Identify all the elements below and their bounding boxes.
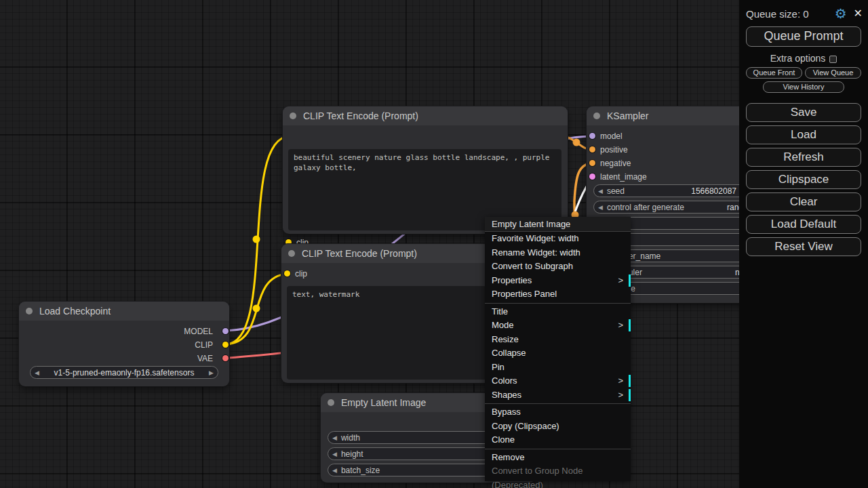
negative-input-port[interactable]	[589, 160, 595, 166]
positive-link-dot	[573, 139, 580, 146]
node-title-bar[interactable]: CLIP Text Encode (Prompt)	[283, 106, 568, 125]
menu-item-clone[interactable]: Clone	[485, 433, 631, 447]
prev-arrow-icon[interactable]: ◀	[594, 204, 607, 211]
node-title: KSampler	[607, 110, 648, 121]
submenu-accent-bar	[629, 389, 631, 401]
queue-size-label: Queue size: 0	[746, 8, 835, 20]
model-output-port[interactable]	[222, 328, 229, 334]
clip-link-wire-top	[226, 136, 289, 344]
menu-item-convert-to-group-node: Convert to Group Node (Deprecated)	[485, 464, 631, 479]
queue-prompt-button[interactable]: Queue Prompt	[746, 26, 861, 47]
menu-item-rename-widget[interactable]: Rename Widget: width	[485, 246, 631, 260]
menu-item-favorite-widget[interactable]: Favorite Widget: width	[485, 232, 631, 246]
clip-link-dot-bottom	[253, 305, 260, 312]
extra-options-checkbox[interactable]	[829, 56, 837, 63]
menu-item-mode[interactable]: Mode >	[485, 319, 631, 333]
collapse-dot-icon[interactable]	[290, 113, 296, 119]
ckpt-name-value: v1-5-pruned-emaonly-fp16.safetensors	[43, 368, 205, 378]
collapse-dot-icon[interactable]	[328, 399, 334, 406]
model-output-label: MODEL	[184, 327, 213, 336]
seed-value: 1566802087	[691, 186, 736, 197]
menu-item-title[interactable]: Title	[485, 305, 631, 319]
node-title: CLIP Text Encode (Prompt)	[302, 248, 417, 259]
menu-item-pin[interactable]: Pin	[485, 361, 631, 375]
next-arrow-icon[interactable]: ▶	[205, 369, 218, 376]
clip-output-label: CLIP	[195, 340, 213, 350]
submenu-accent-bar	[629, 319, 631, 331]
ckpt-name-widget[interactable]: ◀ v1-5-pruned-emaonly-fp16.safetensors ▶	[30, 366, 218, 379]
prev-arrow-icon[interactable]: ◀	[328, 467, 341, 474]
batch-size-label: batch_size	[341, 466, 380, 475]
submenu-accent-bar	[629, 274, 631, 287]
node-title: Empty Latent Image	[341, 397, 426, 408]
menu-divider	[485, 449, 631, 449]
model-input-port[interactable]	[589, 133, 595, 139]
latent-image-input-label: latent_image	[600, 172, 647, 182]
submenu-arrow-icon: >	[618, 274, 623, 288]
vae-output-label: VAE	[197, 354, 213, 363]
menu-item-resize[interactable]: Resize	[485, 333, 631, 347]
clip-link-dot-top	[253, 236, 260, 243]
height-label: height	[341, 449, 363, 459]
settings-gear-icon[interactable]: ⚙	[835, 7, 847, 20]
reset-view-button[interactable]: Reset View	[746, 237, 861, 256]
clip-link-wire-bottom	[226, 274, 287, 344]
comfy-menu-panel: Queue size: 0 ⚙ ✕ Queue Prompt Extra opt…	[739, 0, 868, 488]
menu-item-properties-panel[interactable]: Properties Panel	[485, 287, 631, 302]
queue-front-button[interactable]: Queue Front	[746, 67, 802, 79]
submenu-arrow-icon: >	[618, 374, 623, 388]
seed-label: seed	[607, 186, 625, 196]
save-button[interactable]: Save	[746, 103, 861, 122]
view-queue-button[interactable]: View Queue	[805, 67, 861, 79]
menu-item-shapes[interactable]: Shapes >	[485, 388, 631, 403]
clip-output-port[interactable]	[222, 342, 229, 348]
node-context-menu: Empty Latent Image Favorite Widget: widt…	[485, 217, 631, 481]
clear-button[interactable]: Clear	[746, 192, 861, 211]
menu-item-colors[interactable]: Colors >	[485, 374, 631, 388]
extra-options-row: Extra options	[739, 53, 868, 64]
menu-divider	[485, 403, 631, 404]
node-title-bar[interactable]: Load Checkpoint	[19, 302, 229, 321]
prev-arrow-icon[interactable]: ◀	[328, 451, 341, 458]
prev-arrow-icon[interactable]: ◀	[328, 434, 341, 441]
submenu-arrow-icon: >	[618, 319, 623, 333]
width-label: width	[341, 433, 360, 443]
vae-output-port[interactable]	[222, 355, 229, 361]
load-default-button[interactable]: Load Default	[746, 215, 861, 234]
prev-arrow-icon[interactable]: ◀	[31, 369, 43, 376]
menu-item-copy-clipspace[interactable]: Copy (Clipspace)	[485, 420, 631, 434]
view-history-button[interactable]: View History	[763, 81, 844, 93]
node-title: Load Checkpoint	[39, 306, 111, 317]
close-icon[interactable]: ✕	[854, 8, 863, 19]
positive-input-label: positive	[600, 145, 628, 155]
clipspace-button[interactable]: Clipspace	[746, 170, 861, 189]
load-button[interactable]: Load	[746, 125, 861, 144]
submenu-arrow-icon: >	[618, 388, 623, 403]
graph-canvas[interactable]: Load Checkpoint MODEL CLIP VAE ◀ v1-5-pr…	[0, 0, 868, 488]
refresh-button[interactable]: Refresh	[746, 148, 861, 167]
collapse-dot-icon[interactable]	[26, 308, 33, 314]
menu-item-properties[interactable]: Properties >	[485, 274, 631, 288]
menu-item-collapse[interactable]: Collapse	[485, 346, 631, 361]
control-after-generate-label: control after generate	[607, 203, 684, 212]
extra-options-label: Extra options	[770, 53, 826, 64]
submenu-accent-bar	[629, 375, 631, 387]
clip-input-port[interactable]	[284, 270, 290, 277]
negative-input-label: negative	[600, 159, 631, 168]
clip-input-label: clip	[295, 269, 307, 279]
node-title: CLIP Text Encode (Prompt)	[303, 110, 418, 121]
collapse-dot-icon[interactable]	[593, 113, 600, 119]
collapse-dot-icon[interactable]	[288, 250, 295, 257]
model-input-label: model	[600, 131, 623, 141]
prev-arrow-icon[interactable]: ◀	[594, 188, 607, 195]
node-clip-text-encode-positive[interactable]: CLIP Text Encode (Prompt) clip CONDITION…	[283, 106, 568, 234]
context-menu-header: Empty Latent Image	[485, 217, 631, 232]
node-load-checkpoint[interactable]: Load Checkpoint MODEL CLIP VAE ◀ v1-5-pr…	[19, 302, 229, 386]
menu-item-remove[interactable]: Remove	[485, 451, 631, 465]
menu-divider	[485, 303, 631, 304]
menu-item-bypass[interactable]: Bypass	[485, 405, 631, 420]
positive-input-port[interactable]	[589, 146, 595, 152]
menu-item-convert-to-subgraph[interactable]: Convert to Subgraph	[485, 260, 631, 274]
latent-image-input-port[interactable]	[589, 174, 595, 180]
